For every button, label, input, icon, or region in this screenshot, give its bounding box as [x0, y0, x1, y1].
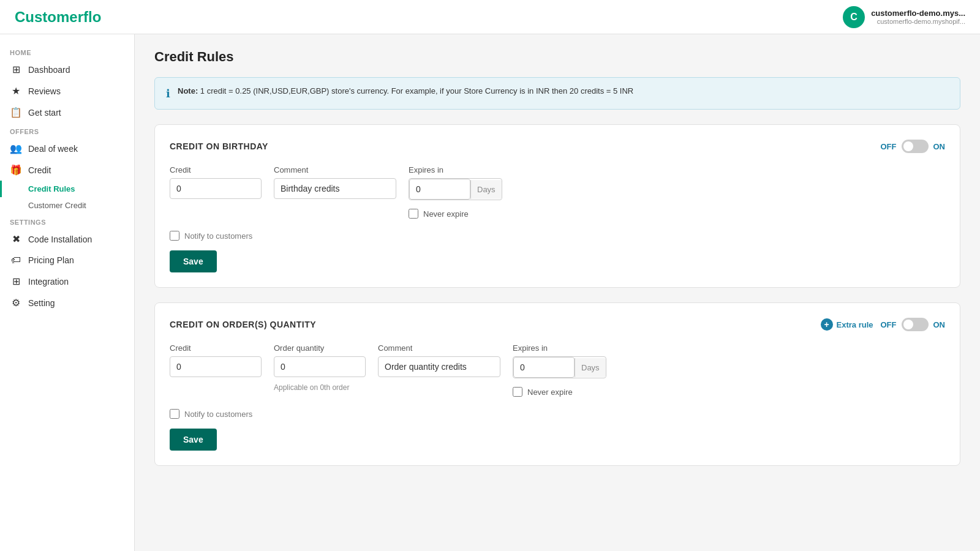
sidebar-item-code-installation[interactable]: ✖ Code Installation — [0, 228, 134, 250]
sidebar-item-setting[interactable]: ⚙ Setting — [0, 292, 134, 313]
info-icon: ℹ — [166, 87, 170, 100]
birthday-toggle-off-label: OFF — [881, 142, 897, 151]
sidebar-item-label: Deal of week — [28, 144, 78, 154]
order-qty-group: Order quantity Applicable on 0th order — [274, 343, 366, 392]
sidebar-item-credit[interactable]: 🎁 Credit — [0, 159, 134, 181]
app-layout: Home ⊞ Dashboard ★ Reviews 📋 Get start O… — [0, 34, 980, 551]
birthday-toggle-slider — [902, 140, 929, 153]
extra-rule-label: Extra rule — [837, 320, 873, 329]
sidebar-item-reviews[interactable]: ★ Reviews — [0, 80, 134, 102]
order-quantity-form-row: Credit Order quantity Applicable on 0th … — [170, 343, 945, 397]
sidebar-item-label: Code Installation — [28, 234, 92, 244]
sidebar-item-get-start[interactable]: 📋 Get start — [0, 102, 134, 123]
birthday-form-row: Credit Comment Expires in Days Never ex — [170, 165, 945, 219]
order-quantity-credit-group: Credit — [170, 343, 262, 377]
order-quantity-expires-input[interactable] — [513, 357, 575, 378]
get-start-icon: 📋 — [10, 107, 22, 118]
sidebar-item-label: Reviews — [28, 86, 61, 96]
user-name: customerflo-demo.mys... — [871, 9, 965, 18]
user-store: customerflo-demo.myshopif... — [871, 18, 965, 25]
note-body-text: 1 credit = 0.25 (INR,USD,EUR,GBP) store'… — [200, 86, 633, 96]
birthday-expires-label: Expires in — [409, 165, 502, 174]
logo-text-highlight: flo — [83, 9, 101, 25]
note-content: Note: 1 credit = 0.25 (INR,USD,EUR,GBP) … — [178, 86, 633, 96]
order-quantity-credit-input[interactable] — [170, 356, 262, 377]
order-quantity-toggle-off-label: OFF — [881, 320, 897, 329]
user-avatar: C — [843, 6, 865, 28]
birthday-credit-label: Credit — [170, 165, 262, 174]
deal-of-week-icon: 👥 — [10, 143, 22, 154]
note-label: Note: — [178, 86, 198, 96]
order-quantity-notify-label[interactable]: Notify to customers — [184, 410, 252, 419]
sidebar-item-integration[interactable]: ⊞ Integration — [0, 271, 134, 292]
sidebar: Home ⊞ Dashboard ★ Reviews 📋 Get start O… — [0, 34, 135, 551]
app-header: Customerflo C customerflo-demo.mys... cu… — [0, 0, 980, 34]
order-quantity-never-expire-row: Never expire — [513, 387, 606, 397]
order-quantity-expires-input-wrapper: Days — [513, 356, 606, 378]
order-quantity-toggle-switch[interactable] — [902, 318, 929, 331]
sidebar-item-pricing-plan[interactable]: 🏷 Pricing Plan — [0, 250, 134, 271]
order-quantity-toggle-slider — [902, 318, 929, 331]
logo-text-main: Customer — [15, 9, 83, 25]
birthday-never-expire-label[interactable]: Never expire — [423, 209, 469, 219]
order-quantity-never-expire-label[interactable]: Never expire — [527, 388, 573, 397]
sidebar-sub-item-credit-rules[interactable]: Credit Rules — [0, 181, 134, 197]
order-quantity-save-button[interactable]: Save — [170, 429, 217, 451]
extra-rule-link[interactable]: + Extra rule — [821, 318, 873, 331]
order-quantity-toggle-on-label: ON — [933, 320, 946, 329]
birthday-never-expire-checkbox[interactable] — [409, 209, 418, 219]
birthday-save-button[interactable]: Save — [170, 250, 217, 272]
order-quantity-expires-suffix: Days — [575, 358, 606, 377]
birthday-credit-input[interactable] — [170, 178, 262, 199]
birthday-comment-group: Comment — [274, 165, 396, 199]
sidebar-item-label: Pricing Plan — [28, 255, 74, 265]
sidebar-item-label: Integration — [28, 277, 69, 287]
sidebar-item-label: Get start — [28, 108, 61, 118]
setting-icon: ⚙ — [10, 297, 22, 309]
birthday-expires-input[interactable] — [409, 179, 470, 200]
user-info: C customerflo-demo.mys... customerflo-de… — [843, 6, 965, 28]
order-quantity-toggle-group: OFF ON — [881, 318, 946, 331]
main-content: Credit Rules ℹ Note: 1 credit = 0.25 (IN… — [135, 34, 980, 551]
order-qty-input[interactable] — [274, 356, 366, 377]
reviews-icon: ★ — [10, 85, 22, 97]
applicable-note: Applicable on 0th order — [274, 383, 366, 392]
order-quantity-never-expire-checkbox[interactable] — [513, 387, 522, 397]
sidebar-item-label: Credit — [28, 165, 51, 175]
birthday-comment-input[interactable] — [274, 178, 396, 199]
birthday-expires-input-wrapper: Days — [409, 178, 502, 200]
sidebar-item-dashboard[interactable]: ⊞ Dashboard — [0, 59, 134, 80]
birthday-card-header: CREDIT ON BIRTHDAY OFF ON — [170, 140, 945, 153]
sidebar-sub-item-customer-credit[interactable]: Customer Credit — [0, 197, 134, 214]
order-quantity-header-right: + Extra rule OFF ON — [821, 318, 945, 331]
code-installation-icon: ✖ — [10, 233, 22, 245]
order-quantity-notify-checkbox[interactable] — [170, 409, 179, 419]
sidebar-item-deal-of-week[interactable]: 👥 Deal of week — [0, 138, 134, 159]
sidebar-item-label: Setting — [28, 298, 55, 308]
order-quantity-card-title: CREDIT ON ORDER(S) QUANTITY — [170, 320, 316, 329]
birthday-expires-group: Expires in Days Never expire — [409, 165, 502, 219]
birthday-expires-suffix: Days — [470, 180, 502, 199]
order-quantity-notify-row: Notify to customers — [170, 409, 945, 419]
birthday-notify-checkbox[interactable] — [170, 231, 179, 241]
sidebar-item-label: Dashboard — [28, 65, 70, 75]
page-title: Credit Rules — [154, 49, 960, 65]
birthday-never-expire-row: Never expire — [409, 209, 502, 219]
birthday-toggle-on-label: ON — [933, 142, 946, 151]
user-details: customerflo-demo.mys... customerflo-demo… — [871, 9, 965, 25]
order-quantity-card-header: CREDIT ON ORDER(S) QUANTITY + Extra rule… — [170, 318, 945, 331]
order-quantity-comment-label: Comment — [378, 343, 500, 353]
dashboard-icon: ⊞ — [10, 64, 22, 75]
birthday-card-title: CREDIT ON BIRTHDAY — [170, 141, 268, 151]
sidebar-settings-label: Settings — [0, 214, 134, 228]
order-quantity-comment-input[interactable] — [378, 356, 500, 377]
credit-icon: 🎁 — [10, 164, 22, 176]
birthday-notify-label[interactable]: Notify to customers — [184, 231, 252, 241]
birthday-comment-label: Comment — [274, 165, 396, 174]
birthday-toggle-switch[interactable] — [902, 140, 929, 153]
note-box: ℹ Note: 1 credit = 0.25 (INR,USD,EUR,GBP… — [154, 77, 960, 110]
order-quantity-comment-group: Comment — [378, 343, 500, 377]
order-quantity-expires-group: Expires in Days Never expire — [513, 343, 606, 397]
birthday-toggle-group: OFF ON — [881, 140, 946, 153]
order-quantity-expires-label: Expires in — [513, 343, 606, 353]
